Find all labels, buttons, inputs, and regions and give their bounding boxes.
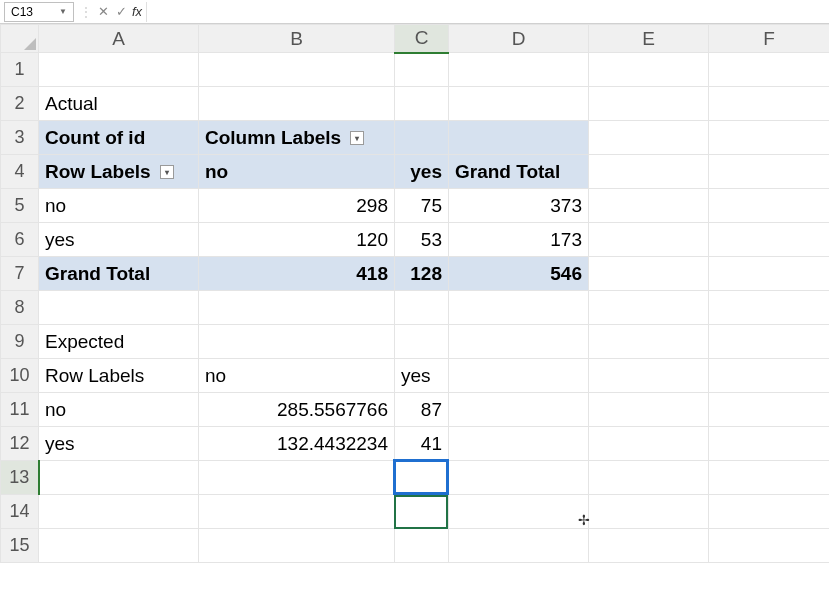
cell-C8[interactable] — [395, 291, 449, 325]
cell-A8[interactable] — [39, 291, 199, 325]
row-header-13[interactable]: 13 — [1, 461, 39, 495]
cell-C9[interactable] — [395, 325, 449, 359]
cell-C12[interactable]: 41 — [395, 427, 449, 461]
row-header-11[interactable]: 11 — [1, 393, 39, 427]
cell-C13[interactable] — [395, 461, 449, 495]
cell-D13[interactable] — [449, 461, 589, 495]
cell-A3[interactable]: Count of id — [39, 121, 199, 155]
cell-A10[interactable]: Row Labels — [39, 359, 199, 393]
cell-F15[interactable] — [709, 529, 830, 563]
row-header-6[interactable]: 6 — [1, 223, 39, 257]
cell-B7[interactable]: 418 — [199, 257, 395, 291]
cell-E5[interactable] — [589, 189, 709, 223]
cell-D8[interactable] — [449, 291, 589, 325]
cell-E9[interactable] — [589, 325, 709, 359]
cell-D2[interactable] — [449, 87, 589, 121]
cell-E7[interactable] — [589, 257, 709, 291]
cell-A6[interactable]: yes — [39, 223, 199, 257]
cell-C3[interactable] — [395, 121, 449, 155]
cell-B4[interactable]: no — [199, 155, 395, 189]
cell-C11[interactable]: 87 — [395, 393, 449, 427]
cell-D12[interactable] — [449, 427, 589, 461]
cell-E12[interactable] — [589, 427, 709, 461]
cell-B15[interactable] — [199, 529, 395, 563]
cell-D6[interactable]: 173 — [449, 223, 589, 257]
cell-A12[interactable]: yes — [39, 427, 199, 461]
cell-F7[interactable] — [709, 257, 830, 291]
cell-A9[interactable]: Expected — [39, 325, 199, 359]
col-header-B[interactable]: B — [199, 25, 395, 53]
cell-E11[interactable] — [589, 393, 709, 427]
cell-D1[interactable] — [449, 53, 589, 87]
cell-B8[interactable] — [199, 291, 395, 325]
cell-B2[interactable] — [199, 87, 395, 121]
cell-B12[interactable]: 132.4432234 — [199, 427, 395, 461]
cell-B5[interactable]: 298 — [199, 189, 395, 223]
cell-B11[interactable]: 285.5567766 — [199, 393, 395, 427]
cell-C14[interactable] — [395, 495, 449, 529]
cell-D9[interactable] — [449, 325, 589, 359]
col-header-A[interactable]: A — [39, 25, 199, 53]
cell-C10[interactable]: yes — [395, 359, 449, 393]
row-header-8[interactable]: 8 — [1, 291, 39, 325]
row-header-1[interactable]: 1 — [1, 53, 39, 87]
cell-F9[interactable] — [709, 325, 830, 359]
cell-B14[interactable] — [199, 495, 395, 529]
cell-E14[interactable] — [589, 495, 709, 529]
cell-A13[interactable] — [39, 461, 199, 495]
column-labels-filter-icon[interactable]: ▾ — [350, 131, 364, 145]
row-header-2[interactable]: 2 — [1, 87, 39, 121]
row-header-14[interactable]: 14 — [1, 495, 39, 529]
cell-D3[interactable] — [449, 121, 589, 155]
cell-A4[interactable]: Row Labels ▾ — [39, 155, 199, 189]
cell-E4[interactable] — [589, 155, 709, 189]
cell-E2[interactable] — [589, 87, 709, 121]
cell-F5[interactable] — [709, 189, 830, 223]
cell-C5[interactable]: 75 — [395, 189, 449, 223]
col-header-F[interactable]: F — [709, 25, 830, 53]
cell-E13[interactable] — [589, 461, 709, 495]
cell-F6[interactable] — [709, 223, 830, 257]
cell-C4[interactable]: yes — [395, 155, 449, 189]
cell-C7[interactable]: 128 — [395, 257, 449, 291]
cell-C6[interactable]: 53 — [395, 223, 449, 257]
row-header-5[interactable]: 5 — [1, 189, 39, 223]
cell-D7[interactable]: 546 — [449, 257, 589, 291]
col-header-E[interactable]: E — [589, 25, 709, 53]
cell-D15[interactable] — [449, 529, 589, 563]
cell-A7[interactable]: Grand Total — [39, 257, 199, 291]
cell-B3[interactable]: Column Labels ▾ — [199, 121, 395, 155]
cell-F3[interactable] — [709, 121, 830, 155]
cell-B6[interactable]: 120 — [199, 223, 395, 257]
cell-F13[interactable] — [709, 461, 830, 495]
row-header-4[interactable]: 4 — [1, 155, 39, 189]
cell-E8[interactable] — [589, 291, 709, 325]
cell-F2[interactable] — [709, 87, 830, 121]
row-header-9[interactable]: 9 — [1, 325, 39, 359]
cell-A14[interactable] — [39, 495, 199, 529]
cell-D10[interactable] — [449, 359, 589, 393]
cell-C1[interactable] — [395, 53, 449, 87]
cell-E1[interactable] — [589, 53, 709, 87]
cell-C2[interactable] — [395, 87, 449, 121]
cell-A5[interactable]: no — [39, 189, 199, 223]
col-header-D[interactable]: D — [449, 25, 589, 53]
cell-B10[interactable]: no — [199, 359, 395, 393]
cell-E3[interactable] — [589, 121, 709, 155]
row-header-15[interactable]: 15 — [1, 529, 39, 563]
cell-A15[interactable] — [39, 529, 199, 563]
select-all-corner[interactable] — [1, 25, 39, 53]
cell-F1[interactable] — [709, 53, 830, 87]
cell-D5[interactable]: 373 — [449, 189, 589, 223]
cell-D14[interactable] — [449, 495, 589, 529]
cancel-icon[interactable]: ✕ — [94, 4, 112, 19]
cell-F8[interactable] — [709, 291, 830, 325]
row-header-7[interactable]: 7 — [1, 257, 39, 291]
cell-E15[interactable] — [589, 529, 709, 563]
cell-A2[interactable]: Actual — [39, 87, 199, 121]
cell-F10[interactable] — [709, 359, 830, 393]
row-header-3[interactable]: 3 — [1, 121, 39, 155]
fx-icon[interactable]: fx — [130, 4, 146, 19]
cell-E6[interactable] — [589, 223, 709, 257]
cell-D4[interactable]: Grand Total — [449, 155, 589, 189]
